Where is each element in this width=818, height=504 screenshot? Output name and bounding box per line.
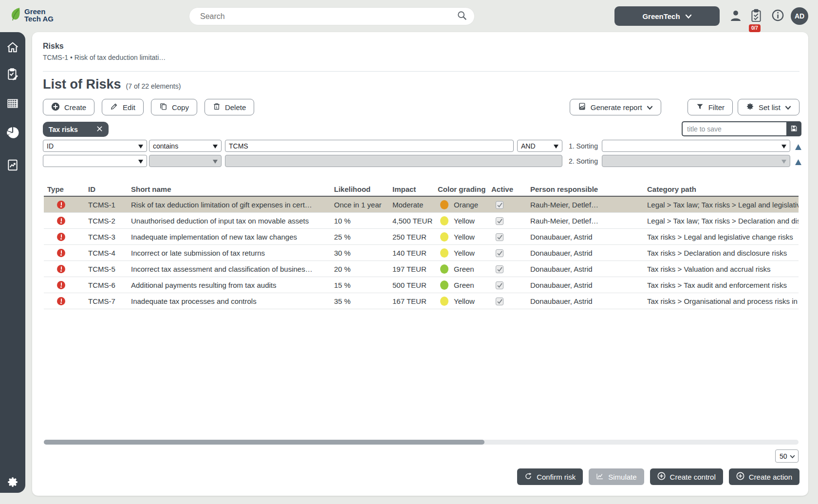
cell-impact: 500 TEUR bbox=[391, 281, 436, 289]
cell-color-grading: Yellow bbox=[436, 232, 490, 242]
color-grading-dot bbox=[440, 232, 448, 242]
column-header-active[interactable]: Active bbox=[490, 185, 529, 193]
active-checkbox[interactable] bbox=[496, 298, 503, 305]
table-row[interactable]: TCMS-7 Inadequate tax processes and cont… bbox=[44, 293, 799, 309]
gear-icon[interactable] bbox=[6, 476, 19, 488]
set-list-button[interactable]: Set list bbox=[738, 99, 799, 115]
color-grading-label: Green bbox=[454, 265, 474, 273]
avatar[interactable]: AD bbox=[791, 7, 808, 25]
filter-value-input[interactable] bbox=[225, 140, 514, 152]
active-checkbox[interactable] bbox=[496, 265, 503, 273]
cell-id: TCMS-6 bbox=[87, 281, 130, 289]
confirm-risk-button[interactable]: Confirm risk bbox=[517, 468, 583, 485]
horizontal-scrollbar[interactable] bbox=[44, 440, 799, 445]
table-row[interactable]: TCMS-1 Risk of tax deduction limitation … bbox=[44, 197, 799, 213]
user-icon[interactable] bbox=[729, 9, 743, 22]
cell-short-name: Inadequate tax processes and controls bbox=[130, 297, 333, 305]
dropdown-arrow-icon bbox=[213, 157, 218, 165]
edit-button[interactable]: Edit bbox=[102, 99, 144, 115]
breadcrumb-subtitle[interactable]: TCMS-1 • Risk of tax deduction limitati… bbox=[43, 54, 166, 61]
delete-button[interactable]: Delete bbox=[204, 99, 254, 115]
column-header-type[interactable]: Type bbox=[44, 185, 87, 193]
column-header-person-responsible[interactable]: Person responsible bbox=[529, 185, 646, 193]
sorting1-select[interactable] bbox=[602, 140, 790, 152]
organization-switcher[interactable]: GreenTech bbox=[614, 6, 720, 26]
column-header-id[interactable]: ID bbox=[87, 185, 130, 193]
scrollbar-thumb[interactable] bbox=[44, 440, 484, 445]
leaf-icon bbox=[10, 7, 22, 23]
info-icon[interactable] bbox=[771, 9, 785, 22]
filter-title-input[interactable] bbox=[682, 121, 786, 136]
close-icon[interactable] bbox=[96, 125, 103, 134]
active-checkbox[interactable] bbox=[496, 249, 503, 257]
copy-icon bbox=[159, 102, 167, 112]
column-header-likelihood[interactable]: Likelihood bbox=[333, 185, 391, 193]
table-row[interactable]: TCMS-5 Incorrect tax assessment and clas… bbox=[44, 261, 799, 277]
filter-operator-select[interactable]: contains bbox=[149, 140, 222, 152]
dropdown-arrow-icon bbox=[213, 142, 218, 150]
list-actions: Generate report Filter Set list bbox=[570, 99, 799, 115]
create-button[interactable]: Create bbox=[43, 99, 94, 115]
filter-operator-select-2[interactable] bbox=[149, 155, 222, 167]
cell-impact: 140 TEUR bbox=[391, 249, 436, 257]
simulate-button[interactable]: Simulate bbox=[589, 468, 644, 485]
tasks-icon[interactable] bbox=[6, 68, 19, 80]
report-chart-icon[interactable] bbox=[6, 159, 19, 171]
footer-actions: Confirm risk Simulate Create control Cre… bbox=[517, 468, 799, 485]
active-checkbox[interactable] bbox=[496, 201, 503, 209]
create-control-button[interactable]: Create control bbox=[650, 468, 723, 485]
risk-type-icon bbox=[57, 217, 65, 225]
save-filter-button[interactable] bbox=[786, 121, 801, 136]
sorting2-select[interactable] bbox=[602, 155, 790, 167]
plus-circle-icon bbox=[51, 102, 60, 112]
filter-button[interactable]: Filter bbox=[688, 99, 733, 115]
create-action-button[interactable]: Create action bbox=[729, 468, 799, 485]
cell-category-path: Legal > Tax law; Tax risks > Legal and l… bbox=[646, 201, 799, 209]
table-body: TCMS-1 Risk of tax deduction limitation … bbox=[44, 197, 799, 309]
chart-line-icon bbox=[596, 472, 604, 482]
cell-short-name: Inadequate implementation of new tax law… bbox=[130, 233, 333, 241]
column-header-impact[interactable]: Impact bbox=[391, 185, 436, 193]
generate-report-button[interactable]: Generate report bbox=[570, 99, 661, 115]
sort-direction-up-icon[interactable] bbox=[795, 158, 801, 164]
filter-conjunction-select[interactable]: AND bbox=[517, 140, 562, 152]
column-header-category-path[interactable]: Category path bbox=[646, 185, 799, 193]
report-file-icon bbox=[578, 102, 586, 112]
trash-icon bbox=[213, 102, 221, 112]
logo-text: GreenTech AG bbox=[24, 8, 54, 22]
cell-likelihood: 30 % bbox=[333, 249, 391, 257]
plus-circle-icon bbox=[657, 472, 666, 482]
table-row[interactable]: TCMS-2 Unauthorised deduction of input t… bbox=[44, 213, 799, 229]
table-row[interactable]: TCMS-6 Additional payments resulting fro… bbox=[44, 277, 799, 293]
search-icon[interactable] bbox=[457, 10, 467, 23]
active-checkbox[interactable] bbox=[496, 217, 503, 225]
search-input[interactable] bbox=[200, 12, 457, 21]
filter-chip-tax-risks[interactable]: Tax risks bbox=[43, 122, 109, 137]
table-row[interactable]: TCMS-4 Incorrect or late submission of t… bbox=[44, 245, 799, 261]
grid-icon[interactable] bbox=[6, 97, 19, 110]
filter-value-input-2[interactable] bbox=[225, 155, 562, 167]
cell-id: TCMS-1 bbox=[87, 201, 130, 209]
clipboard-check-icon[interactable] bbox=[750, 9, 763, 22]
pencil-icon bbox=[110, 102, 118, 112]
pie-chart-icon[interactable] bbox=[6, 127, 19, 139]
filter-field-select[interactable]: ID bbox=[43, 140, 147, 152]
sort-direction-up-icon[interactable] bbox=[795, 143, 801, 149]
active-checkbox[interactable] bbox=[496, 281, 503, 289]
column-header-color-grading[interactable]: Color grading bbox=[436, 185, 490, 193]
column-header-short-name[interactable]: Short name bbox=[130, 185, 333, 193]
copy-button[interactable]: Copy bbox=[151, 99, 197, 115]
app-logo[interactable]: GreenTech AG bbox=[10, 7, 54, 23]
risk-type-icon bbox=[57, 297, 65, 305]
cell-short-name: Risk of tax deduction limitation of gift… bbox=[130, 201, 333, 209]
cell-category-path: Tax risks > Declaration and disclosure r… bbox=[646, 249, 799, 257]
global-search[interactable] bbox=[189, 7, 475, 25]
filter-field-select-2[interactable] bbox=[43, 155, 147, 167]
home-icon[interactable] bbox=[6, 41, 19, 54]
risk-management-app: GreenTech AG GreenTech 0/7 AD bbox=[0, 0, 818, 504]
table-row[interactable]: TCMS-3 Inadequate implementation of new … bbox=[44, 229, 799, 245]
color-grading-dot bbox=[440, 280, 448, 290]
page-size-select[interactable]: 50 bbox=[775, 449, 799, 463]
active-checkbox[interactable] bbox=[496, 233, 503, 241]
divider bbox=[43, 71, 799, 72]
